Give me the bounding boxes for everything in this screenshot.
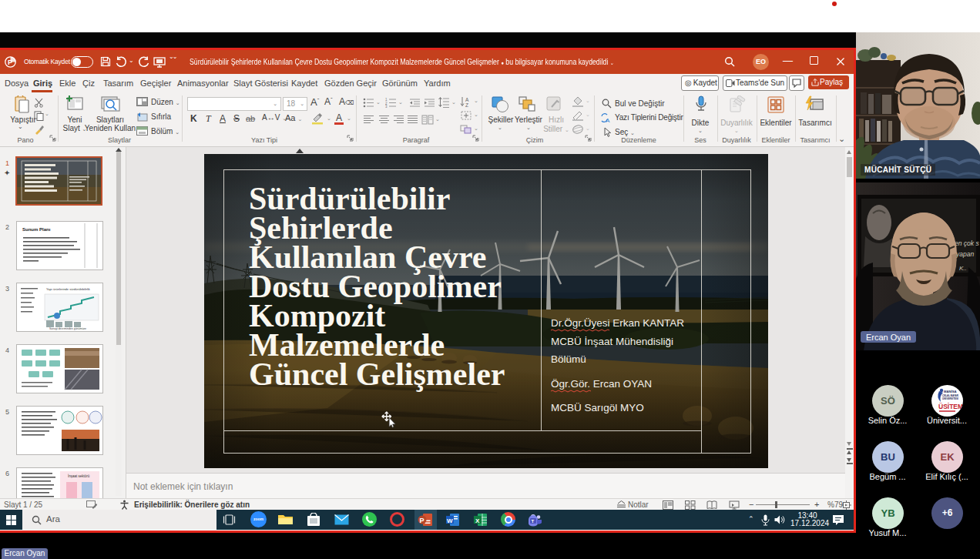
svg-text:İnşaat sektörü: İnşaat sektörü xyxy=(68,474,90,478)
svg-text:W: W xyxy=(447,517,453,524)
svg-text:Sunum Planı: Sunum Planı xyxy=(22,227,51,232)
svg-text:ÜSİTEM: ÜSİTEM xyxy=(938,403,963,410)
svg-text:P: P xyxy=(8,59,12,66)
svg-text:ÜNİVERSİTESİ: ÜNİVERSİTESİ xyxy=(942,397,958,400)
svg-text:yapan: yapan xyxy=(955,250,974,258)
svg-text:K..: K.. xyxy=(959,265,967,272)
svg-text:X: X xyxy=(475,517,480,524)
svg-text:A: A xyxy=(465,97,469,102)
svg-text:P: P xyxy=(420,517,425,524)
svg-text:T: T xyxy=(532,519,535,524)
svg-text:Z: Z xyxy=(465,102,468,108)
svg-text:A: A xyxy=(606,117,610,123)
svg-text:Sanayi devriminden günümüze: Sanayi devriminden günümüze xyxy=(49,327,86,330)
svg-text:3: 3 xyxy=(385,105,388,108)
svg-text:MANİSA: MANİSA xyxy=(944,390,957,393)
svg-text:Yapı ürünlerinde sürdürülebili: Yapı ürünlerinde sürdürülebilirlik xyxy=(46,287,90,291)
svg-text:en çok s: en çok s xyxy=(955,239,979,247)
